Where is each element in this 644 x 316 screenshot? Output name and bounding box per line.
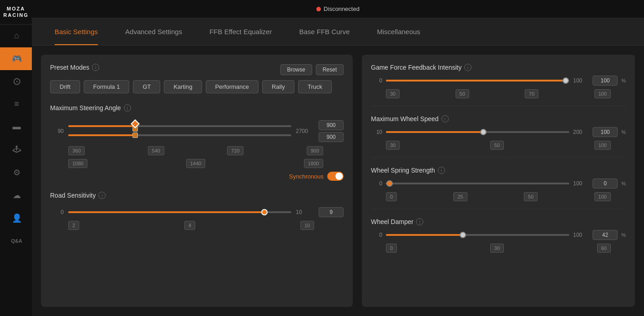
status-label: Disconnected: [324, 5, 360, 12]
tick-ffb-30[interactable]: 30: [386, 89, 400, 98]
tick-ffb-100[interactable]: 100: [594, 89, 611, 98]
preset-performance[interactable]: Performance: [206, 80, 259, 93]
tab-advanced-label: Advanced Settings: [125, 28, 182, 36]
sidebar-item-stand[interactable]: ⚙: [0, 161, 32, 184]
tick-wd-60[interactable]: 60: [597, 244, 611, 253]
road-sensitivity-slider-row: 0 10: [50, 207, 344, 217]
sidebar-item-pedals[interactable]: ≡: [0, 93, 32, 116]
sidebar-item-display[interactable]: ▬: [0, 116, 32, 138]
preset-modes-section: Preset Modes i Browse Reset Drift Formul…: [50, 64, 344, 93]
sync-label: Synchronous: [289, 173, 324, 180]
tick-ffb-70[interactable]: 70: [525, 89, 538, 98]
steering-angle-info-icon[interactable]: i: [124, 104, 131, 112]
wd-fill: [386, 234, 463, 236]
preset-gt[interactable]: GT: [133, 80, 160, 93]
tick-rs-10[interactable]: 10: [300, 221, 314, 230]
tick-540[interactable]: 540: [148, 146, 164, 155]
road-sensitivity-thumb[interactable]: [261, 209, 268, 215]
tab-basic-settings[interactable]: Basic Settings: [41, 18, 112, 45]
preset-modes-info-icon[interactable]: i: [92, 64, 99, 71]
preset-karting[interactable]: Karting: [164, 80, 202, 93]
tick-1440[interactable]: 1440: [186, 159, 205, 168]
tab-misc-label: Miscellaneous: [377, 28, 420, 36]
sidebar-item-qa[interactable]: Q&A: [0, 229, 32, 252]
tick-1800[interactable]: 1800: [304, 159, 323, 168]
game-ffb-ticks: 30 50 70 100: [371, 89, 626, 98]
sync-toggle[interactable]: [327, 172, 344, 181]
steering-value-input-2[interactable]: [319, 132, 344, 142]
steering-ticks-row2: 1080 1440 1800: [50, 159, 344, 168]
ws-thumb[interactable]: [386, 180, 393, 187]
road-sensitivity-header: Road Sensitivity i: [50, 192, 344, 199]
home-icon: ⌂: [14, 31, 19, 41]
wd-unit: %: [621, 232, 626, 238]
tick-wd-30[interactable]: 30: [490, 244, 504, 253]
max-wheel-speed-info-icon[interactable]: i: [441, 115, 449, 122]
ws-min: 0: [371, 180, 382, 187]
tick-ws-50[interactable]: 50: [524, 192, 538, 201]
steering-ticks-row: 360 540 720 900: [50, 146, 344, 155]
tick-ws-25[interactable]: 25: [453, 192, 467, 201]
road-sensitivity-info-icon[interactable]: i: [98, 192, 106, 199]
tab-base-ffb-label: Base FFB Curve: [299, 28, 350, 36]
game-ffb-info-icon[interactable]: i: [464, 64, 472, 71]
tick-ws-0[interactable]: 0: [386, 192, 397, 201]
mws-max: 200: [573, 129, 589, 135]
tick-mws-100[interactable]: 100: [594, 141, 611, 150]
preset-modes-header: Preset Modes i Browse Reset: [50, 64, 344, 76]
preset-rally[interactable]: Rally: [262, 80, 294, 93]
tab-basic-label: Basic Settings: [55, 28, 98, 36]
preset-drift[interactable]: Drift: [50, 80, 80, 93]
profile-icon: 👤: [12, 213, 22, 223]
tick-rs-2[interactable]: 2: [68, 221, 79, 230]
road-sensitivity-value[interactable]: [319, 207, 344, 217]
tab-ffb-equalizer[interactable]: FFB Effect Equalizer: [196, 18, 285, 45]
tab-misc[interactable]: Miscellaneous: [363, 18, 434, 45]
road-sensitivity-max: 10: [296, 209, 314, 215]
tick-mws-30[interactable]: 30: [386, 141, 400, 150]
mws-thumb[interactable]: [480, 129, 487, 135]
sidebar-item-profile[interactable]: 👤: [0, 207, 32, 229]
sidebar-item-joystick[interactable]: 🕹: [0, 138, 32, 161]
mws-track: [386, 131, 569, 133]
preset-truck[interactable]: Truck: [298, 80, 332, 93]
tick-mws-50[interactable]: 50: [490, 141, 504, 150]
sidebar-item-controller[interactable]: 🎮: [0, 47, 32, 70]
tab-advanced-settings[interactable]: Advanced Settings: [112, 18, 196, 45]
wheel-damper-header: Wheel Damper i: [371, 218, 626, 225]
tick-360[interactable]: 360: [68, 146, 85, 155]
tab-ffb-label: FFB Effect Equalizer: [209, 28, 272, 36]
steering-thumb-bottom-container: [132, 133, 138, 138]
wheel-damper-info-icon[interactable]: i: [416, 218, 423, 225]
tick-1080[interactable]: 1080: [68, 159, 87, 168]
sidebar-item-cloud[interactable]: ☁: [0, 184, 32, 207]
content-area: Preset Modes i Browse Reset Drift Formul…: [32, 46, 644, 316]
steering-angle-title: Maximum Steering Angle: [50, 104, 121, 112]
ws-value[interactable]: [593, 178, 618, 189]
steering-thumb-bottom[interactable]: [132, 133, 138, 138]
tick-720[interactable]: 720: [227, 146, 243, 155]
tick-ffb-50[interactable]: 50: [456, 89, 469, 98]
wd-thumb[interactable]: [460, 232, 466, 238]
preset-formula1[interactable]: Formula 1: [84, 80, 130, 93]
main-content: Disconnected Basic Settings Advanced Set…: [32, 0, 644, 316]
wd-value[interactable]: [593, 230, 618, 240]
mws-unit: %: [621, 129, 626, 135]
steering-value-input-1[interactable]: [319, 120, 344, 130]
wheel-spring-info-icon[interactable]: i: [438, 167, 445, 174]
sidebar-item-home[interactable]: ⌂: [0, 25, 32, 47]
browse-button[interactable]: Browse: [280, 64, 312, 75]
tick-rs-4[interactable]: 4: [184, 221, 195, 230]
game-ffb-header: Game Force Feedback Intensity i: [371, 64, 626, 71]
tab-base-ffb[interactable]: Base FFB Curve: [285, 18, 363, 45]
tick-wd-0[interactable]: 0: [386, 244, 397, 253]
tick-ws-100[interactable]: 100: [594, 192, 611, 201]
game-ffb-track: [386, 80, 569, 82]
tick-900[interactable]: 900: [307, 146, 323, 155]
reset-button[interactable]: Reset: [316, 64, 344, 75]
mws-value[interactable]: [593, 127, 618, 137]
wheel-icon: ⊙: [13, 76, 21, 87]
game-ffb-value[interactable]: [593, 76, 618, 86]
game-ffb-thumb[interactable]: [563, 77, 569, 84]
sidebar-item-wheel[interactable]: ⊙: [0, 70, 32, 93]
